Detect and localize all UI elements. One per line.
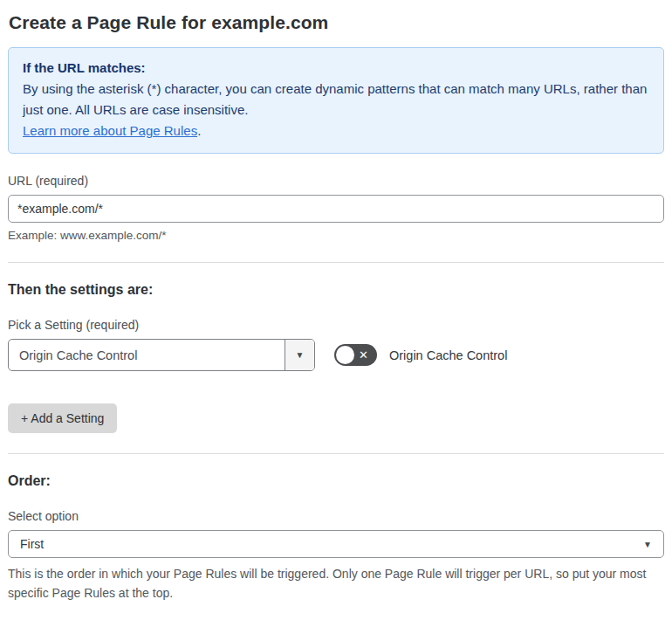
origin-cache-control-toggle[interactable]: ✕ [334,344,377,366]
toggle-label: Origin Cache Control [389,348,507,362]
order-select-value: First [20,537,44,551]
info-box-link-line: Learn more about Page Rules. [23,121,649,141]
order-select-label: Select option [8,509,664,523]
setting-dropdown-value: Origin Cache Control [9,340,285,370]
page-rule-form: Create a Page Rule for example.com If th… [0,0,672,620]
info-box-body: By using the asterisk (*) character, you… [23,79,649,121]
pick-setting-label: Pick a Setting (required) [8,318,664,332]
toggle-off-x-icon: ✕ [359,349,368,361]
chevron-down-icon: ▼ [643,540,652,549]
url-input[interactable] [8,195,664,223]
setting-row: Origin Cache Control ▼ ✕ Origin Cache Co… [8,339,664,371]
order-select[interactable]: First ▼ [8,530,664,558]
setting-dropdown[interactable]: Origin Cache Control ▼ [8,339,315,371]
divider [8,262,664,263]
order-section-heading: Order: [8,473,664,489]
divider [8,453,664,454]
add-setting-button[interactable]: + Add a Setting [8,403,117,433]
toggle-knob [336,346,354,364]
link-suffix: . [197,123,201,138]
learn-more-link[interactable]: Learn more about Page Rules [23,123,197,138]
page-title: Create a Page Rule for example.com [9,12,664,33]
settings-section-heading: Then the settings are: [8,282,664,298]
url-label: URL (required) [8,174,664,188]
chevron-down-icon: ▼ [296,350,305,360]
setting-dropdown-arrow-button[interactable]: ▼ [285,340,314,370]
url-match-info-box: If the URL matches: By using the asteris… [8,47,664,154]
info-box-heading: If the URL matches: [23,58,649,79]
order-helper-text: This is the order in which your Page Rul… [8,564,658,603]
url-example-helper: Example: www.example.com/* [8,229,664,242]
